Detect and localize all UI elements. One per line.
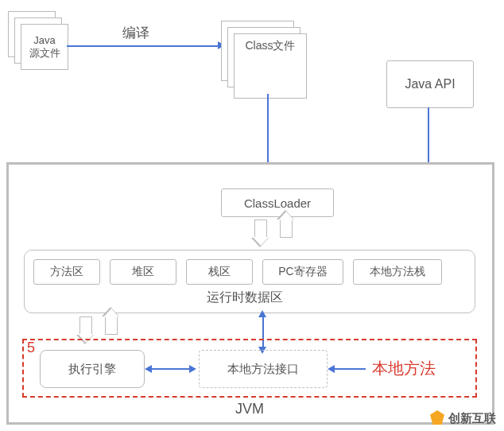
exec-engine-text: 执行引擎	[68, 362, 116, 377]
stack-box: 栈区	[186, 259, 253, 285]
native-interface-box: 本地方法接口	[199, 350, 328, 388]
native-method-line	[334, 368, 366, 370]
java-api-box: Java API	[386, 60, 474, 108]
exec-native-head-right	[189, 365, 196, 373]
runtime-label: 运行时数据区	[207, 289, 283, 306]
runtime-native-head-up	[258, 310, 266, 317]
stack-text: 栈区	[208, 265, 231, 279]
exec-native-head-left	[145, 365, 152, 373]
method-area-box: 方法区	[33, 259, 100, 285]
diagram-canvas: Java 源文件 编译 Class文件 Java API ClassLoader…	[0, 0, 504, 431]
exec-engine-box: 执行引擎	[40, 350, 145, 388]
heap-text: 堆区	[132, 265, 154, 279]
jvm-label: JVM	[235, 401, 264, 417]
java-source-box: Java 源文件	[21, 24, 68, 70]
class-file-text: Class文件	[245, 39, 295, 53]
watermark: 创新互联	[429, 410, 496, 426]
class-loader-text: ClassLoader	[244, 196, 311, 210]
runtime-to-loader-arrow	[280, 219, 293, 238]
native-method-head	[328, 365, 335, 373]
watermark-text: 创新互联	[448, 411, 496, 426]
native-method-label: 本地方法	[372, 358, 436, 379]
java-source-line1: Java	[33, 34, 55, 47]
compile-label: 编译	[122, 24, 149, 42]
watermark-icon	[429, 410, 445, 426]
native-stack-text: 本地方法栈	[370, 265, 425, 279]
method-area-text: 方法区	[50, 265, 83, 279]
class-file-box: Class文件	[234, 33, 307, 99]
native-stack-box: 本地方法栈	[353, 259, 442, 285]
section-5-number: 5	[27, 340, 35, 356]
exec-native-line	[151, 368, 191, 370]
runtime-to-exec-arrow	[79, 316, 92, 335]
pc-register-box: PC寄存器	[262, 259, 343, 285]
pc-register-text: PC寄存器	[278, 265, 327, 279]
heap-box: 堆区	[110, 259, 176, 285]
exec-to-runtime-arrow	[105, 316, 118, 335]
compile-arrow-line	[67, 45, 218, 47]
loader-to-runtime-arrow	[254, 219, 267, 238]
java-api-text: Java API	[405, 77, 455, 91]
native-interface-text: 本地方法接口	[227, 362, 299, 377]
java-source-line2: 源文件	[29, 47, 60, 60]
